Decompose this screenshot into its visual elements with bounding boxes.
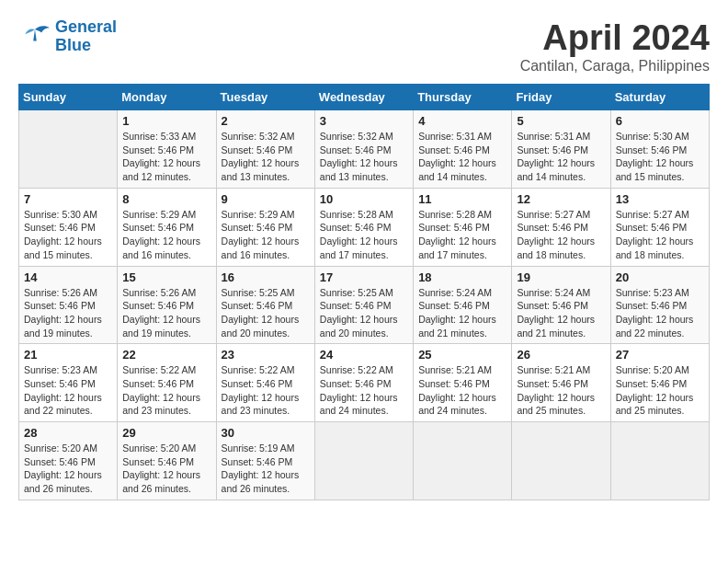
day-detail: Sunrise: 5:23 AMSunset: 5:46 PMDaylight:…: [616, 286, 704, 340]
day-cell: 19Sunrise: 5:24 AMSunset: 5:46 PMDayligh…: [512, 266, 610, 344]
day-cell: [414, 422, 512, 500]
col-header-wednesday: Wednesday: [314, 85, 413, 110]
day-cell: 3Sunrise: 5:32 AMSunset: 5:46 PMDaylight…: [314, 110, 413, 189]
day-detail: Sunrise: 5:27 AMSunset: 5:46 PMDaylight:…: [616, 208, 704, 262]
day-cell: 26Sunrise: 5:21 AMSunset: 5:46 PMDayligh…: [512, 344, 610, 422]
day-cell: [610, 422, 709, 500]
day-detail: Sunrise: 5:29 AMSunset: 5:46 PMDaylight:…: [122, 208, 210, 262]
col-header-sunday: Sunday: [19, 85, 118, 110]
day-number: 8: [122, 192, 210, 206]
day-cell: 29Sunrise: 5:20 AMSunset: 5:46 PMDayligh…: [118, 422, 216, 500]
day-detail: Sunrise: 5:22 AMSunset: 5:46 PMDaylight:…: [222, 363, 310, 418]
day-cell: 15Sunrise: 5:26 AMSunset: 5:46 PMDayligh…: [118, 266, 216, 344]
day-number: 15: [122, 270, 210, 284]
day-detail: Sunrise: 5:20 AMSunset: 5:46 PMDaylight:…: [24, 442, 112, 496]
day-cell: 2Sunrise: 5:32 AMSunset: 5:46 PMDaylight…: [216, 110, 314, 189]
col-header-monday: Monday: [118, 85, 216, 110]
col-header-tuesday: Tuesday: [216, 85, 314, 110]
day-cell: 16Sunrise: 5:25 AMSunset: 5:46 PMDayligh…: [216, 266, 314, 344]
day-cell: 11Sunrise: 5:28 AMSunset: 5:46 PMDayligh…: [414, 188, 512, 266]
day-cell: 12Sunrise: 5:27 AMSunset: 5:46 PMDayligh…: [512, 188, 610, 266]
day-detail: Sunrise: 5:32 AMSunset: 5:46 PMDaylight:…: [320, 130, 408, 184]
day-number: 5: [517, 114, 605, 128]
day-cell: 10Sunrise: 5:28 AMSunset: 5:46 PMDayligh…: [314, 188, 413, 266]
day-number: 18: [418, 270, 506, 284]
day-detail: Sunrise: 5:27 AMSunset: 5:46 PMDaylight:…: [517, 208, 605, 262]
month-title: April 2024: [520, 18, 710, 58]
col-header-thursday: Thursday: [414, 85, 512, 110]
day-detail: Sunrise: 5:22 AMSunset: 5:46 PMDaylight:…: [320, 363, 408, 418]
day-number: 13: [616, 192, 704, 206]
day-number: 25: [418, 348, 506, 362]
logo: General Blue: [18, 18, 117, 55]
day-number: 1: [122, 114, 210, 128]
day-number: 29: [122, 426, 210, 440]
day-detail: Sunrise: 5:30 AMSunset: 5:46 PMDaylight:…: [24, 208, 112, 262]
day-number: 12: [517, 192, 605, 206]
day-cell: 9Sunrise: 5:29 AMSunset: 5:46 PMDaylight…: [216, 188, 314, 266]
day-cell: 25Sunrise: 5:21 AMSunset: 5:46 PMDayligh…: [414, 344, 512, 422]
day-cell: 1Sunrise: 5:33 AMSunset: 5:46 PMDaylight…: [118, 110, 216, 189]
day-detail: Sunrise: 5:26 AMSunset: 5:46 PMDaylight:…: [122, 286, 210, 340]
day-cell: [512, 422, 610, 500]
day-cell: 20Sunrise: 5:23 AMSunset: 5:46 PMDayligh…: [610, 266, 709, 344]
day-cell: 18Sunrise: 5:24 AMSunset: 5:46 PMDayligh…: [414, 266, 512, 344]
week-row-2: 7Sunrise: 5:30 AMSunset: 5:46 PMDaylight…: [19, 188, 710, 266]
day-cell: 23Sunrise: 5:22 AMSunset: 5:46 PMDayligh…: [216, 344, 314, 422]
day-number: 30: [222, 426, 310, 440]
day-number: 24: [320, 348, 408, 362]
logo-bird-icon: [18, 23, 51, 51]
day-detail: Sunrise: 5:28 AMSunset: 5:46 PMDaylight:…: [418, 208, 506, 262]
day-detail: Sunrise: 5:25 AMSunset: 5:46 PMDaylight:…: [222, 286, 310, 340]
day-detail: Sunrise: 5:26 AMSunset: 5:46 PMDaylight:…: [24, 286, 112, 340]
day-number: 11: [418, 192, 506, 206]
day-cell: [19, 110, 118, 189]
day-cell: [314, 422, 413, 500]
day-detail: Sunrise: 5:21 AMSunset: 5:46 PMDaylight:…: [418, 363, 506, 418]
day-detail: Sunrise: 5:22 AMSunset: 5:46 PMDaylight:…: [122, 363, 210, 418]
col-header-saturday: Saturday: [610, 85, 709, 110]
day-cell: 28Sunrise: 5:20 AMSunset: 5:46 PMDayligh…: [19, 422, 118, 500]
day-detail: Sunrise: 5:31 AMSunset: 5:46 PMDaylight:…: [517, 130, 605, 184]
week-row-4: 21Sunrise: 5:23 AMSunset: 5:46 PMDayligh…: [19, 344, 710, 422]
day-detail: Sunrise: 5:20 AMSunset: 5:46 PMDaylight:…: [616, 363, 704, 418]
day-detail: Sunrise: 5:31 AMSunset: 5:46 PMDaylight:…: [418, 130, 506, 184]
day-number: 14: [24, 270, 112, 284]
day-detail: Sunrise: 5:33 AMSunset: 5:46 PMDaylight:…: [122, 130, 210, 184]
day-number: 2: [222, 114, 310, 128]
day-cell: 30Sunrise: 5:19 AMSunset: 5:46 PMDayligh…: [216, 422, 314, 500]
day-cell: 27Sunrise: 5:20 AMSunset: 5:46 PMDayligh…: [610, 344, 709, 422]
day-cell: 22Sunrise: 5:22 AMSunset: 5:46 PMDayligh…: [118, 344, 216, 422]
day-number: 4: [418, 114, 506, 128]
title-block: April 2024 Cantilan, Caraga, Philippines: [520, 18, 710, 75]
day-number: 23: [222, 348, 310, 362]
col-header-friday: Friday: [512, 85, 610, 110]
day-number: 19: [517, 270, 605, 284]
day-number: 21: [24, 348, 112, 362]
day-detail: Sunrise: 5:32 AMSunset: 5:46 PMDaylight:…: [222, 130, 310, 184]
day-cell: 6Sunrise: 5:30 AMSunset: 5:46 PMDaylight…: [610, 110, 709, 189]
day-detail: Sunrise: 5:20 AMSunset: 5:46 PMDaylight:…: [122, 442, 210, 496]
day-detail: Sunrise: 5:19 AMSunset: 5:46 PMDaylight:…: [222, 442, 310, 496]
day-number: 9: [222, 192, 310, 206]
day-cell: 14Sunrise: 5:26 AMSunset: 5:46 PMDayligh…: [19, 266, 118, 344]
day-detail: Sunrise: 5:24 AMSunset: 5:46 PMDaylight:…: [517, 286, 605, 340]
calendar-header-row: SundayMondayTuesdayWednesdayThursdayFrid…: [19, 85, 710, 110]
day-number: 17: [320, 270, 408, 284]
day-cell: 4Sunrise: 5:31 AMSunset: 5:46 PMDaylight…: [414, 110, 512, 189]
week-row-1: 1Sunrise: 5:33 AMSunset: 5:46 PMDaylight…: [19, 110, 710, 189]
day-detail: Sunrise: 5:21 AMSunset: 5:46 PMDaylight:…: [517, 363, 605, 418]
day-detail: Sunrise: 5:23 AMSunset: 5:46 PMDaylight:…: [24, 363, 112, 418]
day-number: 3: [320, 114, 408, 128]
day-number: 22: [122, 348, 210, 362]
location: Cantilan, Caraga, Philippines: [520, 58, 710, 75]
day-detail: Sunrise: 5:29 AMSunset: 5:46 PMDaylight:…: [222, 208, 310, 262]
day-number: 27: [616, 348, 704, 362]
day-number: 28: [24, 426, 112, 440]
week-row-5: 28Sunrise: 5:20 AMSunset: 5:46 PMDayligh…: [19, 422, 710, 500]
page-header: General Blue April 2024 Cantilan, Caraga…: [18, 18, 710, 75]
day-number: 26: [517, 348, 605, 362]
calendar-table: SundayMondayTuesdayWednesdayThursdayFrid…: [18, 84, 710, 500]
day-cell: 17Sunrise: 5:25 AMSunset: 5:46 PMDayligh…: [314, 266, 413, 344]
day-cell: 7Sunrise: 5:30 AMSunset: 5:46 PMDaylight…: [19, 188, 118, 266]
